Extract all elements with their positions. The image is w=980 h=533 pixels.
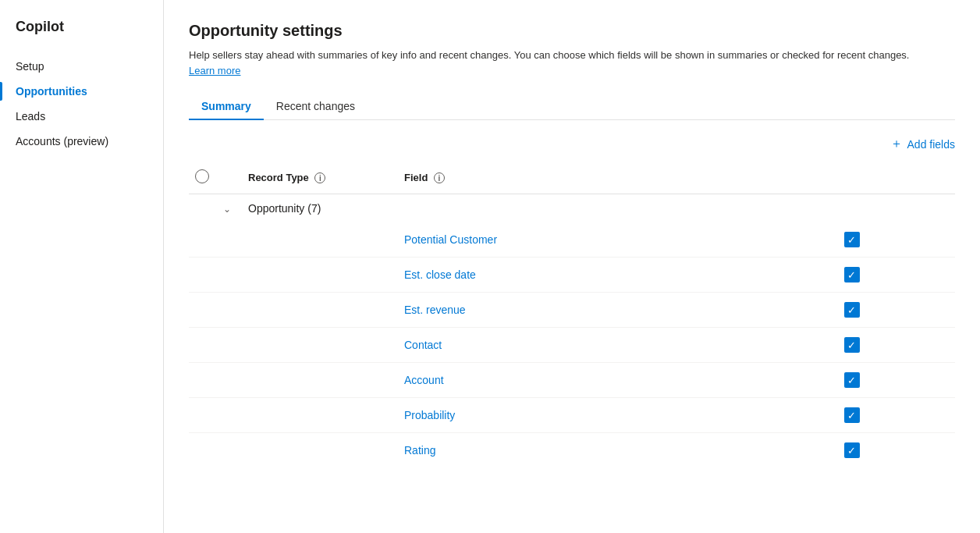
field-checkbox[interactable]: ✓ xyxy=(844,267,860,282)
field-checkbox[interactable]: ✓ xyxy=(844,302,860,318)
tab-recent-changes[interactable]: Recent changes xyxy=(264,94,368,120)
table-row: Est. close date ✓ xyxy=(189,258,955,293)
field-empty-chevron xyxy=(217,433,242,468)
page-title: Opportunity settings xyxy=(189,22,955,40)
field-name: Potential Customer xyxy=(404,233,497,246)
field-empty-check xyxy=(189,398,217,433)
table-row: Potential Customer ✓ xyxy=(189,222,955,258)
record-type-check-cell xyxy=(189,194,217,223)
sidebar: Copilot Setup Opportunities Leads Accoun… xyxy=(0,0,164,533)
record-type-chevron-cell: ⌄ xyxy=(217,194,242,223)
field-empty-type xyxy=(242,363,398,398)
field-name-cell: Contact xyxy=(398,328,838,363)
app-logo: Copilot xyxy=(0,12,163,54)
field-name-cell: Rating xyxy=(398,433,838,468)
col-header-check xyxy=(189,162,217,194)
field-checkbox[interactable]: ✓ xyxy=(844,442,860,458)
field-empty-chevron xyxy=(217,293,242,328)
field-checkbox-cell: ✓ xyxy=(838,363,955,398)
field-empty-type xyxy=(242,258,398,293)
main-content: Opportunity settings Help sellers stay a… xyxy=(164,0,980,533)
field-checkbox-cell: ✓ xyxy=(838,222,955,258)
field-name: Est. close date xyxy=(404,268,476,281)
field-name-cell: Probability xyxy=(398,398,838,433)
table-row: Account ✓ xyxy=(189,363,955,398)
field-empty-chevron xyxy=(217,363,242,398)
col-header-field: Field i xyxy=(398,162,838,194)
field-empty-chevron xyxy=(217,328,242,363)
field-info-icon[interactable]: i xyxy=(434,172,445,183)
tabs-container: Summary Recent changes xyxy=(189,94,955,120)
record-type-label-cell: Opportunity (7) xyxy=(242,194,838,223)
table-header-row: Record Type i Field i xyxy=(189,162,955,194)
field-name-cell: Est. close date xyxy=(398,258,838,293)
sidebar-item-opportunities[interactable]: Opportunities xyxy=(0,79,163,104)
table-body: ⌄ Opportunity (7) Potential Customer ✓ xyxy=(189,194,955,468)
field-checkbox[interactable]: ✓ xyxy=(844,232,860,247)
field-empty-type xyxy=(242,222,398,258)
field-name: Contact xyxy=(404,339,442,351)
field-checkbox-cell: ✓ xyxy=(838,293,955,328)
field-name: Est. revenue xyxy=(404,304,466,316)
col-header-record-type: Record Type i xyxy=(242,162,398,194)
col-header-checkbox xyxy=(838,162,955,194)
plus-icon: ＋ xyxy=(890,136,903,152)
field-empty-type xyxy=(242,398,398,433)
field-checkbox-cell: ✓ xyxy=(838,433,955,468)
field-name-cell: Potential Customer xyxy=(398,222,838,258)
page-description: Help sellers stay ahead with summaries o… xyxy=(189,48,938,78)
learn-more-link[interactable]: Learn more xyxy=(189,65,240,76)
field-checkbox[interactable]: ✓ xyxy=(844,337,860,353)
add-fields-button[interactable]: ＋ Add fields xyxy=(890,136,955,152)
field-name: Probability xyxy=(404,409,455,421)
field-empty-check xyxy=(189,363,217,398)
table-row: Contact ✓ xyxy=(189,328,955,363)
field-name-cell: Account xyxy=(398,363,838,398)
sidebar-item-leads[interactable]: Leads xyxy=(0,104,163,129)
sidebar-item-label: Accounts (preview) xyxy=(16,135,108,147)
field-name: Account xyxy=(404,374,444,386)
fields-table: Record Type i Field i ⌄ Opportunity (7) xyxy=(189,162,955,467)
toolbar: ＋ Add fields xyxy=(189,136,955,152)
field-checkbox[interactable]: ✓ xyxy=(844,372,860,388)
record-type-row: ⌄ Opportunity (7) xyxy=(189,194,955,223)
field-checkbox-cell: ✓ xyxy=(838,398,955,433)
field-empty-check xyxy=(189,258,217,293)
field-empty-type xyxy=(242,328,398,363)
sidebar-item-accounts[interactable]: Accounts (preview) xyxy=(0,129,163,154)
table-row: Probability ✓ xyxy=(189,398,955,433)
table-row: Est. revenue ✓ xyxy=(189,293,955,328)
select-all-checkbox[interactable] xyxy=(195,169,209,183)
sidebar-item-setup[interactable]: Setup xyxy=(0,54,163,79)
field-empty-check xyxy=(189,433,217,468)
field-checkbox-cell: ✓ xyxy=(838,258,955,293)
field-checkbox-cell: ✓ xyxy=(838,328,955,363)
sidebar-item-label: Leads xyxy=(16,110,45,123)
sidebar-item-label: Opportunities xyxy=(16,85,87,98)
sidebar-item-label: Setup xyxy=(16,60,44,73)
field-checkbox[interactable]: ✓ xyxy=(844,407,860,423)
col-header-chevron xyxy=(217,162,242,194)
field-empty-chevron xyxy=(217,258,242,293)
field-name: Rating xyxy=(404,444,435,457)
table-row: Rating ✓ xyxy=(189,433,955,468)
tab-summary[interactable]: Summary xyxy=(189,94,264,120)
field-empty-chevron xyxy=(217,398,242,433)
field-empty-type xyxy=(242,293,398,328)
field-empty-check xyxy=(189,222,217,258)
field-empty-check xyxy=(189,328,217,363)
expand-chevron-icon[interactable]: ⌄ xyxy=(223,204,231,215)
field-empty-type xyxy=(242,433,398,468)
field-empty-chevron xyxy=(217,222,242,258)
record-type-info-icon[interactable]: i xyxy=(314,172,325,183)
field-empty-check xyxy=(189,293,217,328)
field-name-cell: Est. revenue xyxy=(398,293,838,328)
